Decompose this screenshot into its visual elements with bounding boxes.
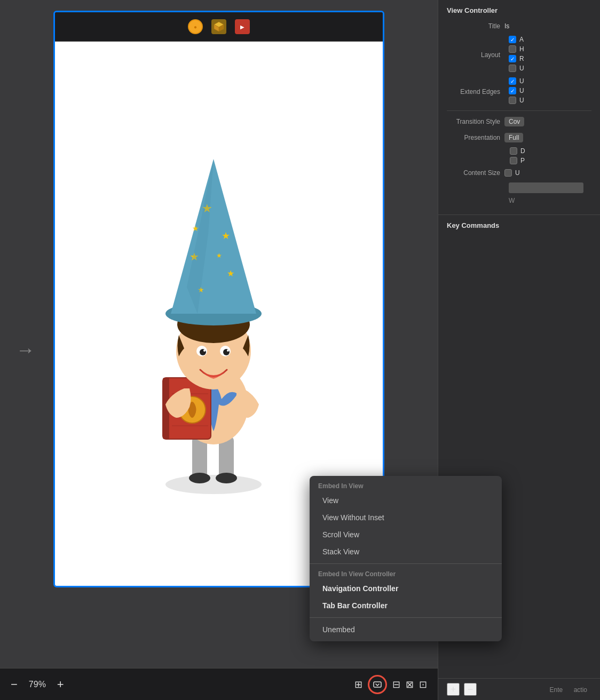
layout-checkbox-3[interactable]: ✓ xyxy=(509,55,516,62)
add-button[interactable]: + xyxy=(447,683,460,696)
layout-cb-label-4: U xyxy=(519,65,524,72)
tool-icon-1[interactable]: ⊞ xyxy=(354,679,362,690)
menu-item-unembed[interactable]: Unembed xyxy=(310,621,502,638)
embed-dropdown-menu[interactable]: Embed In View View View Without Inset Sc… xyxy=(310,476,502,641)
pres-cb-2: P xyxy=(506,157,591,164)
tool-icon-4[interactable]: ⊡ xyxy=(419,679,427,690)
extend-edges-checkboxes: ✓ U ✓ U U xyxy=(504,77,524,106)
svg-text:★: ★ xyxy=(222,230,230,241)
zoom-out-button[interactable]: − xyxy=(11,678,18,691)
layout-cb-1: ✓ A xyxy=(504,36,524,43)
canvas-area: → xyxy=(0,0,438,700)
extend-cb-label-1: U xyxy=(519,77,524,85)
embed-in-vc-header: Embed In View Controller xyxy=(310,567,502,580)
partial-text-area: Ente actio xyxy=(546,685,592,694)
zoom-in-button[interactable]: + xyxy=(57,678,64,691)
content-size-input[interactable] xyxy=(509,182,583,193)
extend-checkbox-2[interactable]: ✓ xyxy=(509,87,516,94)
extend-cb-2: ✓ U xyxy=(504,87,524,94)
extend-edges-row: Extend Edges ✓ U ✓ U U xyxy=(447,77,591,106)
menu-item-view-without-inset[interactable]: View Without Inset xyxy=(310,509,502,526)
divider-1 xyxy=(447,110,591,111)
extend-checkbox-1[interactable]: ✓ xyxy=(509,77,516,85)
title-label: Title xyxy=(447,22,500,30)
simulator-icon[interactable] xyxy=(188,19,203,34)
layout-row: Layout ✓ A H ✓ R xyxy=(447,36,591,74)
embed-in-view-section: Embed In View View View Without Inset Sc… xyxy=(310,476,502,564)
svg-point-4 xyxy=(165,475,262,494)
extend-cb-label-2: U xyxy=(519,87,524,94)
extend-checkbox-3[interactable] xyxy=(509,97,516,104)
enter-partial: Ente xyxy=(546,684,567,696)
main-layout: → xyxy=(0,0,600,700)
bottom-right-tools: ⊞ ⊟ ⊠ ⊡ xyxy=(354,675,427,694)
extend-cb-1: ✓ U xyxy=(504,77,524,85)
panel-bottom-bar: + − Ente actio xyxy=(438,678,600,700)
menu-item-stack-view[interactable]: Stack View xyxy=(310,543,502,560)
content-w-label: W xyxy=(509,197,515,204)
menu-item-navigation-controller[interactable]: Navigation Controller xyxy=(310,580,502,597)
vc-section: View Controller Title Is Layout ✓ A H xyxy=(438,0,600,215)
zoom-controls: − 79% + xyxy=(11,678,64,691)
layout-cb-label-1: A xyxy=(519,36,524,43)
layout-cb-label-2: H xyxy=(519,45,524,53)
zoom-level-display: 79% xyxy=(24,680,51,689)
bottom-toolbar: − 79% + ⊞ ⊟ ⊠ ⊡ xyxy=(0,668,438,700)
transition-style-label: Transition Style xyxy=(447,118,500,125)
layout-cb-label-3: R xyxy=(519,55,524,62)
tool-icon-3[interactable]: ⊠ xyxy=(406,679,414,690)
layout-checkbox-1[interactable]: ✓ xyxy=(509,36,516,43)
pres-checkbox-2[interactable] xyxy=(510,157,517,164)
extend-cb-3: U xyxy=(504,97,524,104)
embed-in-view-header: Embed In View xyxy=(310,479,502,492)
title-row: Title Is xyxy=(447,20,591,33)
layout-cb-3: ✓ R xyxy=(504,55,524,62)
embed-in-view-controller-section: Embed In View Controller Navigation Cont… xyxy=(310,564,502,618)
record-icon[interactable] xyxy=(235,19,250,34)
pres-cb-1: D xyxy=(506,147,591,155)
embed-button[interactable] xyxy=(368,675,387,694)
svg-rect-34 xyxy=(374,682,381,687)
svg-point-22 xyxy=(203,349,206,352)
device-toolbar xyxy=(55,12,383,42)
svg-text:★: ★ xyxy=(192,224,199,233)
vc-section-title: View Controller xyxy=(447,6,591,14)
svg-marker-25 xyxy=(171,159,256,314)
pres-cb-label-1: D xyxy=(520,147,525,155)
layout-checkbox-2[interactable] xyxy=(509,45,516,53)
key-commands-title: Key Commands xyxy=(447,221,591,229)
menu-item-scroll-view[interactable]: Scroll View xyxy=(310,526,502,543)
layout-cb-4: U xyxy=(504,65,524,72)
content-size-row: Content Size U xyxy=(447,166,591,179)
presentation-row: Presentation Full xyxy=(447,131,591,144)
svg-text:★: ★ xyxy=(216,252,222,259)
action-partial: actio xyxy=(570,684,591,696)
layout-checkboxes: ✓ A H ✓ R U xyxy=(504,36,524,74)
remove-button[interactable]: − xyxy=(464,683,477,696)
menu-item-tab-bar-controller[interactable]: Tab Bar Controller xyxy=(310,597,502,614)
extend-cb-label-3: U xyxy=(519,97,524,104)
presentation-value[interactable]: Full xyxy=(504,133,523,142)
svg-point-8 xyxy=(216,473,237,483)
unembed-section: Unembed xyxy=(310,618,502,641)
presentation-label: Presentation xyxy=(447,134,500,141)
pres-checkbox-1[interactable] xyxy=(510,147,517,155)
tool-icon-2[interactable]: ⊟ xyxy=(392,679,400,690)
extend-edges-label: Extend Edges xyxy=(447,88,500,96)
content-size-label: Content Size xyxy=(447,169,500,177)
transition-style-row: Transition Style Cov xyxy=(447,115,591,128)
content-size-checkbox[interactable] xyxy=(504,169,512,177)
layout-cb-2: H xyxy=(504,45,524,53)
add-remove-buttons: + − xyxy=(447,683,477,696)
layout-label: Layout xyxy=(447,51,500,59)
svg-text:★: ★ xyxy=(227,269,234,278)
cube-icon[interactable] xyxy=(211,19,226,34)
navigation-arrow[interactable]: → xyxy=(16,339,35,361)
layout-checkbox-4[interactable] xyxy=(509,65,516,72)
svg-point-23 xyxy=(227,349,229,352)
title-value: Is xyxy=(504,22,509,30)
pres-cb-label-2: P xyxy=(520,157,525,164)
svg-point-7 xyxy=(189,473,210,483)
menu-item-view[interactable]: View xyxy=(310,492,502,509)
transition-style-value[interactable]: Cov xyxy=(504,117,524,126)
